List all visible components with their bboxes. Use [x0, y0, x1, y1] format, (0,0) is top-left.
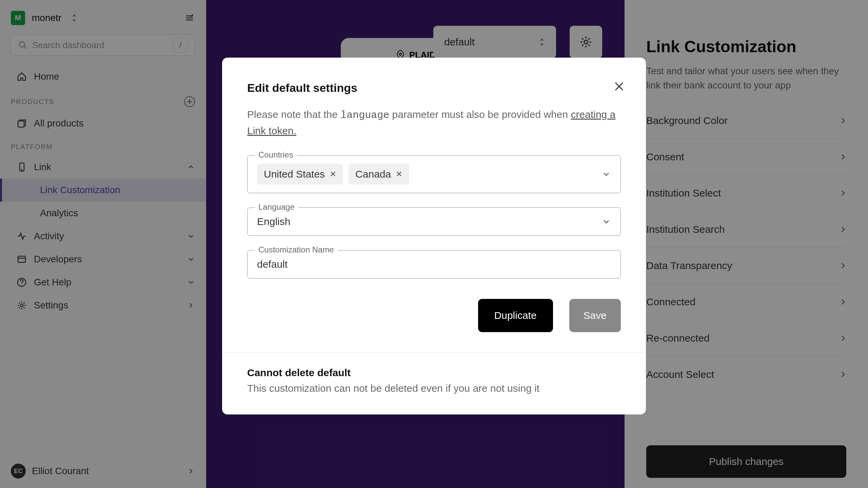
modal-close-button[interactable] — [613, 81, 625, 92]
countries-label: Countries — [255, 150, 297, 160]
customization-name-field[interactable]: Customization Name — [247, 250, 621, 279]
language-label: Language — [255, 202, 298, 212]
cannot-delete-title: Cannot delete default — [247, 367, 621, 379]
modal-title: Edit default settings — [247, 81, 621, 95]
modal-actions: Duplicate Save — [247, 299, 621, 332]
language-field[interactable]: Language English — [247, 207, 621, 236]
customization-name-input[interactable] — [257, 259, 611, 270]
chip-remove-button[interactable]: ✕ — [396, 169, 402, 179]
country-chip-ca: Canada ✕ — [349, 164, 409, 185]
cannot-delete-desc: This customization can not be deleted ev… — [247, 383, 621, 394]
chip-remove-button[interactable]: ✕ — [330, 169, 336, 179]
customization-name-label: Customization Name — [255, 245, 337, 255]
note-mid: parameter must also be provided when — [389, 109, 571, 120]
chevron-down-icon — [601, 169, 611, 179]
chevron-down-icon — [601, 217, 611, 226]
note-prefix: Please note that the — [247, 109, 340, 120]
countries-field[interactable]: Countries United States ✕ Canada ✕ — [247, 155, 621, 193]
modal-note: Please note that the language parameter … — [247, 107, 621, 138]
save-button[interactable]: Save — [569, 299, 621, 332]
edit-settings-modal: Edit default settings Please note that t… — [222, 58, 646, 414]
language-value: English — [257, 216, 290, 227]
note-code: language — [340, 109, 389, 121]
chip-label: United States — [264, 168, 325, 180]
country-chip-us: United States ✕ — [257, 164, 343, 185]
chip-label: Canada — [355, 168, 391, 180]
modal-divider — [222, 352, 646, 353]
modal-overlay[interactable]: Edit default settings Please note that t… — [0, 0, 868, 488]
duplicate-button[interactable]: Duplicate — [478, 299, 553, 332]
